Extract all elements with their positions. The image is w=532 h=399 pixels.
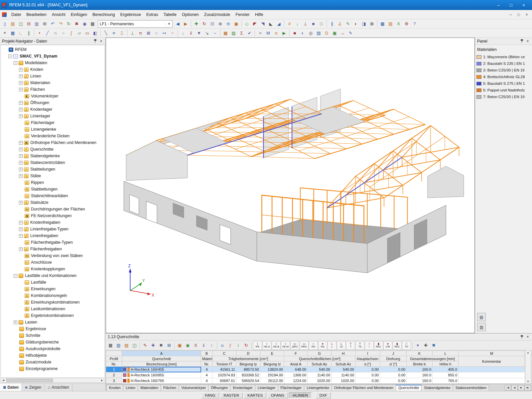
tree-item-knotenlager[interactable]: +⊥Knotenlager (2, 106, 104, 113)
nodal-support-icon[interactable]: ⊥ (129, 29, 136, 37)
tree-item-hilfsobjekte[interactable]: Hilfsobjekte (2, 352, 104, 359)
table-cell[interactable]: 540.00 (332, 367, 355, 372)
table-cell[interactable]: 0.00 (380, 372, 407, 378)
tree-item-fl-chenfreigabe-typen[interactable]: ▱Flächenfreigabe-Typen (2, 239, 104, 246)
pin-icon[interactable] (520, 39, 524, 43)
formula-icon[interactable]: ƒ (226, 342, 234, 349)
new-node-icon[interactable]: • (36, 29, 43, 37)
table-cell[interactable]: 160.0 (407, 372, 433, 378)
member-hinge-icon[interactable]: ○ (153, 29, 160, 37)
help-icon[interactable]: ? (411, 20, 418, 28)
status-toggle-ofang[interactable]: OFANG (267, 392, 288, 398)
menu-fenster[interactable]: Fenster (233, 11, 252, 18)
column-letter-K[interactable]: K (407, 351, 433, 356)
view-in-z-icon[interactable]: ◣ (267, 20, 275, 28)
close-button[interactable]: × (517, 1, 530, 9)
block-manager-icon[interactable]: ▣ (331, 29, 338, 37)
material-legend-item[interactable]: 3: Beton C25/30 | EN 19 (476, 67, 531, 73)
table-cell[interactable]: 648.00 (284, 367, 308, 372)
corner-cell[interactable] (106, 351, 122, 356)
line-support-icon[interactable]: π (137, 29, 144, 37)
tree-expander-icon[interactable]: − (8, 55, 12, 58)
layers-icon[interactable]: ▤ (315, 29, 323, 37)
table-tab-knotenlager[interactable]: Knotenlager (230, 385, 255, 391)
ortho-mode-icon[interactable]: ∟ (17, 29, 25, 37)
tree-item-lasten[interactable]: +Lasten (2, 319, 104, 326)
tree-item-zusatzmodule[interactable]: Zusatzmodule (2, 359, 104, 365)
comment-icon[interactable]: ✎ (344, 20, 352, 28)
status-toggle-raster[interactable]: RASTER (220, 392, 243, 398)
scroll-left-icon[interactable]: ◀ (1, 379, 6, 382)
table-views-icon[interactable]: ◫ (131, 342, 138, 349)
table-tab-stabendgelenke[interactable]: Stabendgelenke (421, 385, 453, 391)
imperfection-icon[interactable]: ~ (211, 29, 219, 37)
menu-ansicht[interactable]: Ansicht (49, 11, 68, 18)
status-toggle-dxf[interactable]: DXF (316, 392, 331, 398)
tree-expander-icon[interactable]: + (19, 141, 23, 145)
column-letter-I[interactable]: I (355, 351, 380, 356)
select-rows-icon[interactable]: ▣ (176, 342, 184, 349)
line-load-icon[interactable]: ⇓ (187, 29, 195, 37)
section-type-he-m-button[interactable]: IHE-M (281, 341, 290, 350)
previous-load-case-icon[interactable]: ◀ (174, 20, 182, 28)
material-legend-item[interactable]: 4: Brettschichtholz GL28 (476, 73, 531, 80)
tree-expander-icon[interactable]: + (19, 114, 23, 118)
nodal-load-icon[interactable]: ↓ (179, 29, 187, 37)
tree-item-rippen[interactable]: ≡Rippen (2, 179, 104, 186)
table-cell[interactable] (459, 378, 525, 384)
view-in-y-icon[interactable]: ◥ (259, 20, 267, 28)
navigator-tab-zeigen[interactable]: ◉Zeigen (22, 383, 45, 391)
material-legend-item[interactable]: 6: Pappel und Nadelholz (476, 87, 531, 93)
tree-item-volumenk-rper[interactable]: ◧Volumenkörper (2, 93, 104, 99)
dxf-underlay-icon[interactable]: D (323, 29, 331, 37)
internal-forces-icon[interactable]: M (264, 29, 272, 37)
tree-item-knotenkopplungen[interactable]: ∞Knotenkopplungen (2, 266, 104, 272)
tree-item-ausdruckprotokolle[interactable]: Ausdruckprotokolle (2, 345, 104, 352)
column-letter-A[interactable]: A (122, 351, 201, 356)
table-cell[interactable] (459, 372, 525, 378)
table-cell[interactable]: 833368.52 (236, 372, 260, 378)
tree-item-einwirkungskombinationen[interactable]: ΣEinwirkungskombinationen (2, 299, 104, 306)
last-table-tab-icon[interactable]: ▶| (525, 385, 531, 390)
move-view-icon[interactable]: ✚ (193, 20, 200, 28)
refresh-table-icon[interactable]: ↻ (242, 342, 250, 349)
table-tab-stabexzentrizit-ten[interactable]: Stabexzentrizitäten (453, 385, 489, 391)
export-excel-icon[interactable]: X (395, 20, 402, 28)
chevron-down-icon[interactable]: ▼ (166, 22, 171, 26)
tree-expander-icon[interactable]: − (14, 274, 17, 278)
pin-icon[interactable] (93, 39, 97, 43)
tree-item-stabbettungen[interactable]: πStabbettungen (2, 186, 104, 193)
section-type-rec-button[interactable]: ▮REC (393, 341, 402, 350)
tree-item-linienlager[interactable]: +⊥Linienlager (2, 113, 104, 119)
cross-section-name-cell[interactable]: H-Rechteck 160/765 (122, 378, 201, 384)
table-cell[interactable]: 855.0 (433, 372, 459, 378)
doc-restore-button[interactable]: □ (515, 11, 523, 18)
table-cell[interactable]: 0.00 (355, 378, 380, 384)
section-type-ts-button[interactable]: TTS (355, 341, 364, 350)
tree-expander-icon[interactable]: + (19, 168, 23, 171)
table-tab-materialien[interactable]: Materialien (138, 385, 161, 391)
tree-expander-icon[interactable]: + (19, 81, 23, 85)
calculate-all-icon[interactable]: Σ (238, 29, 245, 37)
calculator-icon[interactable]: ▦ (89, 20, 96, 28)
tree-expander-icon[interactable]: − (14, 61, 17, 65)
tree-item-kombinationsregeln[interactable]: ΣKombinationsregeln (2, 292, 104, 299)
new-line-icon[interactable]: ╱ (44, 29, 51, 37)
table-cell[interactable]: 160.0 (407, 378, 433, 384)
tree-expander-icon[interactable]: + (19, 201, 23, 204)
delete-section-icon[interactable]: ✖ (430, 342, 438, 349)
undo-icon[interactable]: ↶ (49, 20, 57, 28)
table-cell[interactable]: 88573.50 (236, 367, 260, 372)
tree-expander-icon[interactable]: + (19, 74, 23, 78)
next-table-tab-icon[interactable]: ▶ (518, 385, 524, 390)
doc-close-button[interactable]: × (523, 11, 531, 18)
menu-tabelle[interactable]: Tabelle (161, 11, 179, 18)
menu-einf-gen[interactable]: Einfügen (68, 11, 90, 18)
delete-icon[interactable]: ✖ (73, 20, 80, 28)
tree-item-orthotrope-fl-chen-und-membranen[interactable]: +▦Orthotrope Flächen und Membranen (2, 139, 104, 146)
column-letter-F[interactable]: F (284, 351, 308, 356)
table-cell[interactable]: 4 (201, 378, 212, 384)
table-units-icon[interactable]: u (218, 342, 226, 349)
tree-item-stabs-tze[interactable]: +ΞStabsätze (2, 199, 104, 206)
tree-item-linien[interactable]: +╱Linien (2, 73, 104, 79)
